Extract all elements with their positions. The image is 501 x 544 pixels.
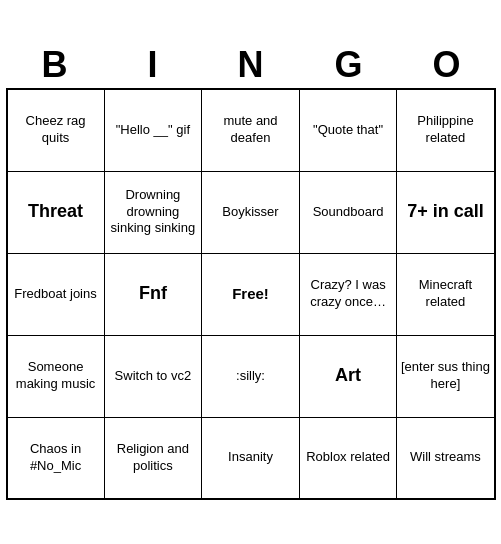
table-row[interactable]: Drowning drowning sinking sinking [104, 171, 202, 253]
table-row[interactable]: Insanity [202, 417, 300, 499]
table-row[interactable]: 7+ in call [397, 171, 495, 253]
table-row[interactable]: Someone making music [7, 335, 105, 417]
bingo-card: B I N G O Cheez rag quits"Hello __" gifm… [6, 44, 496, 500]
table-row[interactable]: Fnf [104, 253, 202, 335]
table-row[interactable]: Chaos in #No_Mic [7, 417, 105, 499]
table-row[interactable]: Roblox related [299, 417, 397, 499]
table-row[interactable]: Fredboat joins [7, 253, 105, 335]
table-row[interactable]: Religion and politics [104, 417, 202, 499]
letter-b: B [6, 44, 104, 86]
table-row[interactable]: Minecraft related [397, 253, 495, 335]
table-row[interactable]: [enter sus thing here] [397, 335, 495, 417]
table-row[interactable]: :silly: [202, 335, 300, 417]
table-row[interactable]: "Hello __" gif [104, 89, 202, 171]
table-row[interactable]: Crazy? I was crazy once… [299, 253, 397, 335]
table-row[interactable]: Cheez rag quits [7, 89, 105, 171]
table-row[interactable]: Art [299, 335, 397, 417]
table-row[interactable]: Philippine related [397, 89, 495, 171]
table-row[interactable]: Boykisser [202, 171, 300, 253]
table-row[interactable]: mute and deafen [202, 89, 300, 171]
letter-o: O [398, 44, 496, 86]
table-row[interactable]: "Quote that" [299, 89, 397, 171]
table-row[interactable]: Soundboard [299, 171, 397, 253]
bingo-header: B I N G O [6, 44, 496, 86]
table-row[interactable]: Will streams [397, 417, 495, 499]
letter-n: N [202, 44, 300, 86]
table-row[interactable]: Threat [7, 171, 105, 253]
table-row[interactable]: Switch to vc2 [104, 335, 202, 417]
table-row[interactable]: Free! [202, 253, 300, 335]
letter-g: G [300, 44, 398, 86]
bingo-grid: Cheez rag quits"Hello __" gifmute and de… [6, 88, 496, 500]
letter-i: I [104, 44, 202, 86]
